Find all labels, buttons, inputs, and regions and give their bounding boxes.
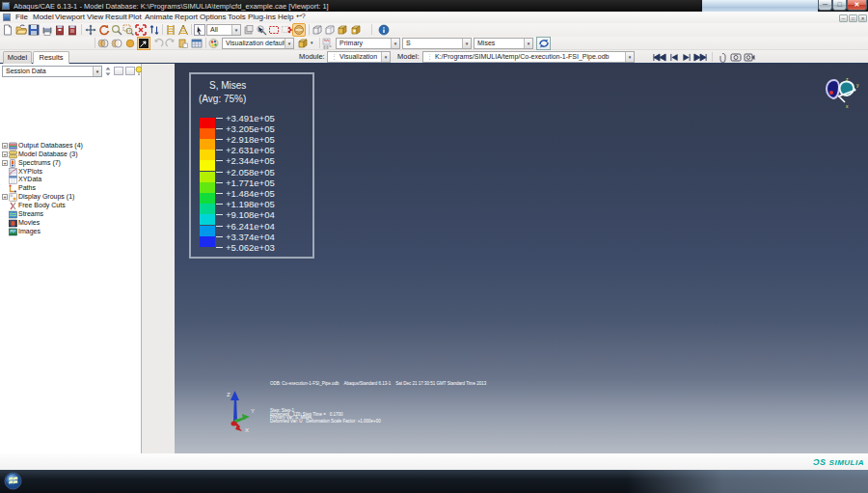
svg-text:x: x: [846, 103, 849, 109]
svg-text:Z: Z: [227, 392, 231, 397]
svg-text:Y: Y: [251, 408, 255, 414]
svg-text:y: y: [856, 82, 859, 88]
svg-text:X: X: [245, 427, 249, 433]
